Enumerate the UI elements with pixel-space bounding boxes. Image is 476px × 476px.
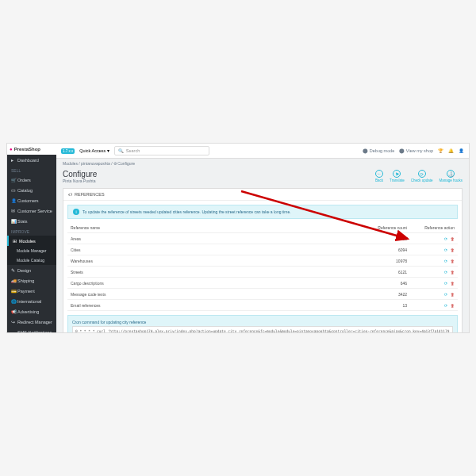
ref-count: 25 bbox=[363, 233, 410, 244]
page-subtitle: Pinta Nova Poshta bbox=[63, 178, 97, 183]
manage-hooks-button[interactable]: ⚓Manage hooks bbox=[439, 170, 463, 182]
refresh-button[interactable]: ⟳ bbox=[444, 259, 447, 263]
ref-name: Cities bbox=[67, 244, 363, 255]
cron-city-label: Cron command for updating city reference bbox=[72, 320, 453, 324]
refresh-button[interactable]: ⟳ bbox=[444, 303, 447, 308]
table-row: Cities6094⟳🗑 bbox=[67, 244, 458, 255]
table-row: Warehouses10978⟳🗑 bbox=[67, 255, 458, 267]
ref-name: Streets bbox=[67, 267, 363, 278]
logo: ●PrestaShop bbox=[7, 144, 56, 155]
table-row: Email references13⟳🗑 bbox=[67, 300, 458, 311]
table-row: Cargo descriptions646⟳🗑 bbox=[67, 278, 458, 289]
translate-button[interactable]: ⚑Translate bbox=[390, 170, 405, 182]
info-icon: i bbox=[73, 209, 79, 215]
refresh-button[interactable]: ⟳ bbox=[444, 292, 447, 297]
nav-international[interactable]: 🌐International bbox=[7, 296, 56, 306]
ref-count: 3422 bbox=[363, 289, 410, 300]
col-count: Reference count bbox=[363, 223, 410, 233]
delete-button[interactable]: 🗑 bbox=[451, 236, 455, 241]
ref-name: Email references bbox=[67, 300, 363, 311]
delete-button[interactable]: 🗑 bbox=[451, 259, 455, 263]
delete-button[interactable]: 🗑 bbox=[451, 270, 455, 274]
search-input[interactable]: 🔍Search bbox=[114, 146, 209, 155]
nav-modules[interactable]: ⊞Modules bbox=[7, 236, 56, 246]
nav-stats[interactable]: 📊Stats bbox=[7, 216, 56, 226]
trophy-icon[interactable]: 🏆 bbox=[438, 148, 443, 153]
sidebar: ●PrestaShop ▸Dashboard SELL 🛒Orders ▭Cat… bbox=[7, 144, 56, 332]
refresh-button[interactable]: ⟳ bbox=[444, 281, 447, 286]
nav-advertising[interactable]: 📢Advertising bbox=[7, 306, 56, 317]
table-row: Streets6121⟳🗑 bbox=[67, 267, 458, 278]
view-shop-link[interactable]: ⬤ View my shop bbox=[399, 148, 433, 153]
nav-module-catalog[interactable]: Module Catalog bbox=[7, 255, 56, 265]
delete-button[interactable]: 🗑 bbox=[451, 303, 455, 308]
panel-header: 🏷REFERENCES bbox=[63, 189, 462, 201]
nav-redirect[interactable]: ↪Redirect Manager bbox=[7, 317, 56, 327]
cron-info: Cron command for updating city reference… bbox=[67, 315, 458, 333]
ref-name: Areas bbox=[67, 233, 363, 244]
nav-payment[interactable]: 💳Payment bbox=[7, 286, 56, 296]
version-badge: 1.7.x.x bbox=[61, 148, 75, 154]
cron-city-command[interactable]: 0 * * * * curl 'http://prestashop174.ale… bbox=[72, 326, 453, 333]
ref-count: 646 bbox=[363, 278, 410, 289]
nav-sms[interactable]: ✉SMS Notifications Sender bbox=[7, 327, 56, 333]
col-name: Reference name bbox=[67, 223, 363, 233]
nav-catalog[interactable]: ▭Catalog bbox=[7, 185, 56, 195]
delete-button[interactable]: 🗑 bbox=[451, 281, 455, 286]
check-update-button[interactable]: ⟳Check update bbox=[411, 170, 433, 182]
ref-count: 13 bbox=[363, 300, 410, 311]
delete-button[interactable]: 🗑 bbox=[451, 292, 455, 297]
col-action: Reference action bbox=[410, 223, 458, 233]
nav-section-sell: SELL bbox=[7, 165, 56, 175]
nav-section-improve: IMPROVE bbox=[7, 226, 56, 236]
nav-orders[interactable]: 🛒Orders bbox=[7, 175, 56, 185]
tag-icon: 🏷 bbox=[68, 192, 73, 197]
debug-mode-toggle[interactable]: ⬤ Debug mode bbox=[363, 148, 394, 153]
refresh-button[interactable]: ⟳ bbox=[444, 270, 447, 274]
nav-service[interactable]: ✉Customer Service bbox=[7, 205, 56, 216]
notification-icon[interactable]: 🔔 bbox=[448, 148, 454, 153]
refresh-button[interactable]: ⟳ bbox=[444, 236, 447, 241]
nav-design[interactable]: ✎Design bbox=[7, 265, 56, 275]
ref-count: 6121 bbox=[363, 267, 410, 278]
table-row: Message code texts3422⟳🗑 bbox=[67, 289, 458, 300]
table-row: Areas25⟳🗑 bbox=[67, 233, 458, 244]
nav-dashboard[interactable]: ▸Dashboard bbox=[7, 155, 56, 165]
references-panel: 🏷REFERENCES i To update the reference of… bbox=[63, 188, 463, 333]
ref-name: Message code texts bbox=[67, 289, 363, 300]
ref-name: Warehouses bbox=[67, 255, 363, 267]
nav-shipping[interactable]: 🚚Shipping bbox=[7, 275, 56, 286]
delete-button[interactable]: 🗑 bbox=[451, 248, 455, 252]
search-icon: 🔍 bbox=[118, 148, 124, 153]
page-title: Configure bbox=[63, 170, 97, 178]
back-button[interactable]: ←Back bbox=[375, 170, 383, 182]
breadcrumb: Modules / pintanovaposhta / ⚙ Configure bbox=[56, 159, 469, 168]
nav-module-manager[interactable]: Module Manager bbox=[7, 246, 56, 255]
main-content: 1.7.x.x Quick Access ▾ 🔍Search ⬤ Debug m… bbox=[56, 144, 469, 332]
refresh-button[interactable]: ⟳ bbox=[444, 248, 447, 252]
avatar[interactable]: 👤 bbox=[459, 148, 464, 153]
ref-count: 10978 bbox=[363, 255, 410, 267]
info-alert: i To update the reference of streets nee… bbox=[67, 205, 458, 219]
topbar: 1.7.x.x Quick Access ▾ 🔍Search ⬤ Debug m… bbox=[56, 144, 469, 159]
ref-name: Cargo descriptions bbox=[67, 278, 363, 289]
quick-access-dropdown[interactable]: Quick Access ▾ bbox=[79, 148, 109, 153]
references-table: Reference name Reference count Reference… bbox=[67, 223, 458, 311]
nav-customers[interactable]: 👤Customers bbox=[7, 195, 56, 205]
ref-count: 6094 bbox=[363, 244, 410, 255]
